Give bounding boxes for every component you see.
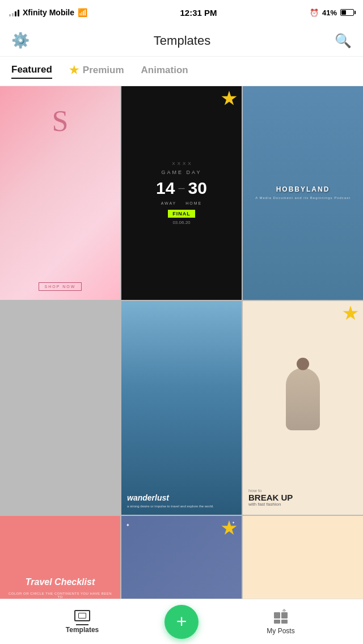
carrier-name: Xfinity Mobile — [23, 8, 74, 17]
wanderlust-subtitle: a strong desire or impulse to travel and… — [127, 504, 214, 509]
tab-premium[interactable]: Premium — [69, 65, 124, 78]
breakup-main: BREAK UP — [248, 493, 357, 502]
wanderlust-title: wanderlust — [127, 493, 169, 502]
tab-bar: Featured Premium Animation — [0, 57, 363, 86]
premium-badge-icon — [69, 65, 79, 75]
final-label: FINAL — [168, 210, 195, 218]
nav-my-posts[interactable]: My Posts — [199, 609, 363, 635]
home-label: HOME — [185, 201, 202, 205]
template-pink-shop[interactable]: S SHOP NOW — [0, 86, 120, 300]
template-breakup[interactable]: how to BREAK UP with fast fashion — [243, 301, 363, 515]
hobbyland-title: HOBBYLAND — [276, 185, 330, 193]
tab-animation-label: Animation — [141, 65, 188, 76]
template-sassy[interactable]: Sassy ✦ ✦ ✦ ★ — [121, 516, 242, 599]
battery-percent: 41% — [322, 9, 337, 17]
template-monday[interactable]: M NDAY — [243, 516, 363, 599]
svg-rect-6 — [274, 620, 280, 624]
battery-icon — [340, 9, 354, 16]
template-wanderlust[interactable]: wanderlust a strong desire or impulse to… — [121, 301, 242, 515]
create-fab-button[interactable]: + — [164, 605, 199, 639]
travel-subtitle: COLOR OR CIRCLE THE CONTINENTS YOU HAVE … — [6, 592, 115, 599]
nav-create[interactable]: + — [164, 605, 199, 639]
bottom-nav: Templates + My Posts — [0, 599, 363, 644]
nav-my-posts-label: My Posts — [267, 627, 294, 635]
template-scoreboard[interactable]: X X X X GAME DAY 14 – 30 AWAY HOME FINAL… — [121, 86, 242, 300]
status-time: 12:31 PM — [180, 8, 217, 18]
tab-featured[interactable]: Featured — [11, 64, 52, 79]
template-hobbyland[interactable]: HOBBYLAND A Media Document and its Begin… — [243, 86, 363, 300]
x-marks: X — [172, 161, 175, 166]
breakup-sub: with fast fashion — [248, 502, 357, 507]
status-left: Xfinity Mobile 📶 — [9, 8, 87, 17]
svg-rect-4 — [274, 612, 280, 618]
page-title: Templates — [154, 33, 210, 48]
home-score: 30 — [188, 179, 207, 198]
nav-templates-label: Templates — [66, 626, 99, 634]
tab-featured-label: Featured — [11, 64, 52, 75]
away-label: AWAY — [161, 201, 177, 205]
hobbyland-subtitle: A Media Document and its Beginnings Podc… — [255, 196, 351, 200]
search-icon[interactable]: 🔍 — [335, 33, 352, 49]
plus-icon: + — [176, 611, 187, 632]
template-travel-checklist[interactable]: Travel Checklist COLOR OR CIRCLE THE CON… — [0, 516, 120, 599]
nav-templates[interactable]: Templates — [0, 610, 164, 634]
shop-now-text: SHOP NOW — [39, 282, 82, 291]
templates-nav-icon — [74, 610, 90, 624]
signal-icon — [9, 9, 19, 16]
away-score: 14 — [156, 179, 175, 198]
settings-icon[interactable]: ⚙️ — [11, 32, 29, 49]
header: ⚙️ Templates 🔍 — [0, 25, 363, 57]
game-date: 03.06.20 — [172, 220, 190, 225]
travel-title: Travel Checklist — [26, 577, 95, 587]
svg-rect-7 — [281, 620, 288, 624]
status-bar: Xfinity Mobile 📶 12:31 PM ⏰ 41% — [0, 0, 363, 25]
game-day-label: GAME DAY — [162, 170, 202, 175]
status-right: ⏰ 41% — [310, 9, 354, 17]
template-grid: S SHOP NOW X X X X GAME DAY 14 – 30 — [0, 86, 363, 599]
svg-rect-5 — [281, 612, 288, 618]
tab-animation[interactable]: Animation — [141, 65, 188, 78]
tab-premium-label: Premium — [83, 65, 124, 76]
alarm-icon: ⏰ — [310, 9, 319, 17]
wifi-icon: 📶 — [78, 8, 87, 17]
my-posts-icon — [273, 609, 289, 625]
